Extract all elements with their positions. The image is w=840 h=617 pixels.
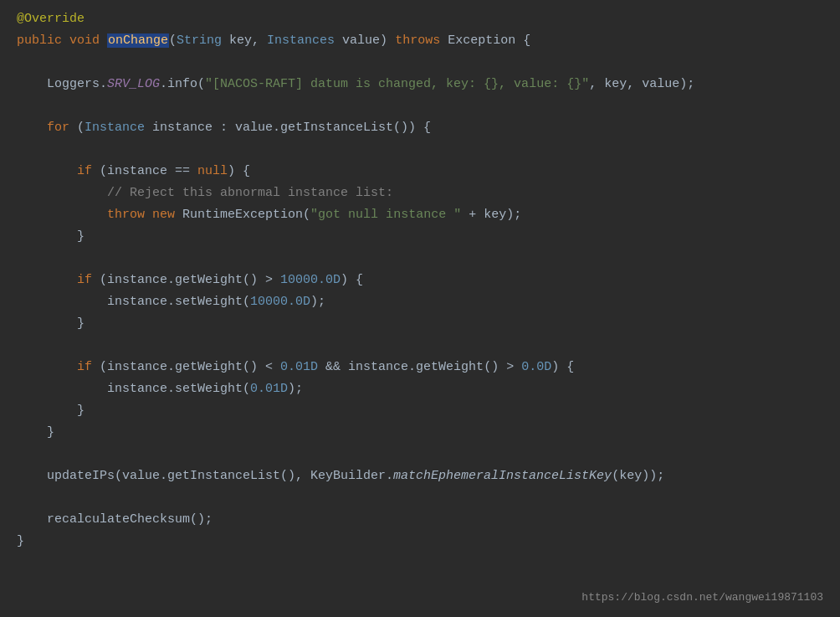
code-container: @Overridepublic void onChange(String key… bbox=[0, 0, 840, 617]
code-line: Loggers.SRV_LOG.info("[NACOS-RAFT] datum… bbox=[0, 74, 840, 95]
code-token: throw bbox=[107, 208, 145, 222]
code-line: public void onChange(String key, Instanc… bbox=[0, 30, 840, 52]
code-token: for bbox=[47, 121, 69, 135]
code-token: (instance.getWeight() > bbox=[92, 273, 280, 287]
code-line bbox=[0, 139, 840, 161]
code-token: instance : value.getInstanceList()) { bbox=[145, 121, 431, 135]
code-token: public bbox=[17, 33, 69, 48]
code-line: recalculateChecksum(); bbox=[0, 509, 840, 531]
code-token: ( bbox=[69, 121, 85, 135]
code-line: updateIPs(value.getInstanceList(), KeyBu… bbox=[0, 465, 840, 487]
code-token: key, bbox=[222, 33, 267, 48]
code-line: if (instance.getWeight() > 10000.0D) { bbox=[0, 270, 840, 291]
code-token: 10000.0D bbox=[280, 273, 341, 287]
code-token: } bbox=[17, 316, 85, 331]
url-attribution: https://blog.csdn.net/wangwei19871103 bbox=[581, 589, 823, 607]
code-token bbox=[145, 208, 152, 222]
code-line: instance.setWeight(10000.0D); bbox=[0, 291, 840, 313]
code-token bbox=[17, 360, 77, 374]
code-token: void bbox=[69, 33, 107, 48]
code-line bbox=[0, 52, 840, 74]
code-token bbox=[17, 273, 77, 287]
code-token: throws bbox=[395, 33, 440, 48]
code-token: (key)); bbox=[612, 469, 664, 483]
code-line bbox=[0, 335, 840, 357]
code-token: Exception { bbox=[440, 33, 530, 48]
code-token: updateIPs(value.getInstanceList(), KeyBu… bbox=[17, 469, 393, 483]
code-token: if bbox=[77, 360, 92, 374]
code-token: instance.setWeight( bbox=[17, 295, 250, 309]
code-token: + key); bbox=[461, 208, 521, 222]
code-token: null bbox=[197, 164, 228, 178]
code-token: new bbox=[152, 208, 175, 222]
code-token: RuntimeException( bbox=[175, 208, 310, 222]
code-line: if (instance == null) { bbox=[0, 161, 840, 183]
code-line bbox=[0, 444, 840, 465]
code-token: SRV_LOG bbox=[107, 77, 160, 91]
code-token: onChange bbox=[107, 33, 169, 48]
code-line: instance.setWeight(0.01D); bbox=[0, 378, 840, 400]
code-token: "got null instance " bbox=[310, 208, 461, 222]
code-line bbox=[0, 248, 840, 270]
code-token: matchEphemeralInstanceListKey bbox=[393, 469, 612, 483]
code-token: && instance.getWeight() > bbox=[318, 360, 521, 374]
code-line: throw new RuntimeException("got null ins… bbox=[0, 204, 840, 226]
code-token: .info( bbox=[160, 77, 205, 91]
code-token: Loggers. bbox=[17, 77, 107, 91]
code-token bbox=[17, 121, 47, 135]
code-token: 0.0D bbox=[521, 360, 551, 374]
code-token: "[NACOS-RAFT] datum is changed, key: {},… bbox=[205, 77, 589, 91]
code-token: if bbox=[77, 273, 92, 287]
code-token bbox=[17, 164, 77, 178]
code-token: recalculateChecksum(); bbox=[17, 512, 213, 527]
code-line: for (Instance instance : value.getInstan… bbox=[0, 117, 840, 139]
code-token bbox=[17, 208, 107, 222]
code-lines: @Overridepublic void onChange(String key… bbox=[0, 8, 840, 553]
code-token: } bbox=[17, 404, 85, 418]
code-token: } bbox=[17, 425, 54, 440]
code-token: Instances bbox=[267, 33, 335, 48]
code-token: ) { bbox=[341, 273, 363, 287]
code-token: if bbox=[77, 164, 92, 178]
code-token: String bbox=[177, 33, 222, 48]
code-token: Instance bbox=[85, 121, 145, 135]
code-token: // Reject this abnormal instance list: bbox=[17, 186, 393, 200]
code-line: if (instance.getWeight() < 0.01D && inst… bbox=[0, 357, 840, 378]
code-token: ); bbox=[288, 382, 303, 396]
code-token: 0.01D bbox=[250, 382, 288, 396]
code-token: value) bbox=[335, 33, 395, 48]
code-token: } bbox=[17, 534, 24, 548]
code-token: @Override bbox=[17, 12, 85, 26]
code-token: ) { bbox=[228, 164, 250, 178]
code-line: } bbox=[0, 400, 840, 422]
code-line: } bbox=[0, 313, 840, 335]
code-token: ( bbox=[169, 33, 177, 48]
code-token: instance.setWeight( bbox=[17, 382, 250, 396]
code-line: // Reject this abnormal instance list: bbox=[0, 183, 840, 204]
code-line: } bbox=[0, 422, 840, 444]
code-token: ); bbox=[310, 295, 325, 309]
code-token: ) { bbox=[551, 360, 574, 374]
code-line: @Override bbox=[0, 8, 840, 30]
code-line bbox=[0, 95, 840, 117]
code-token: , key, value); bbox=[589, 77, 694, 91]
code-token: (instance == bbox=[92, 164, 197, 178]
code-line: } bbox=[0, 531, 840, 553]
code-token: 0.01D bbox=[280, 360, 318, 374]
code-line: } bbox=[0, 226, 840, 248]
code-token: } bbox=[17, 229, 85, 244]
code-line bbox=[0, 487, 840, 509]
code-token: (instance.getWeight() < bbox=[92, 360, 280, 374]
code-token: 10000.0D bbox=[250, 295, 310, 309]
